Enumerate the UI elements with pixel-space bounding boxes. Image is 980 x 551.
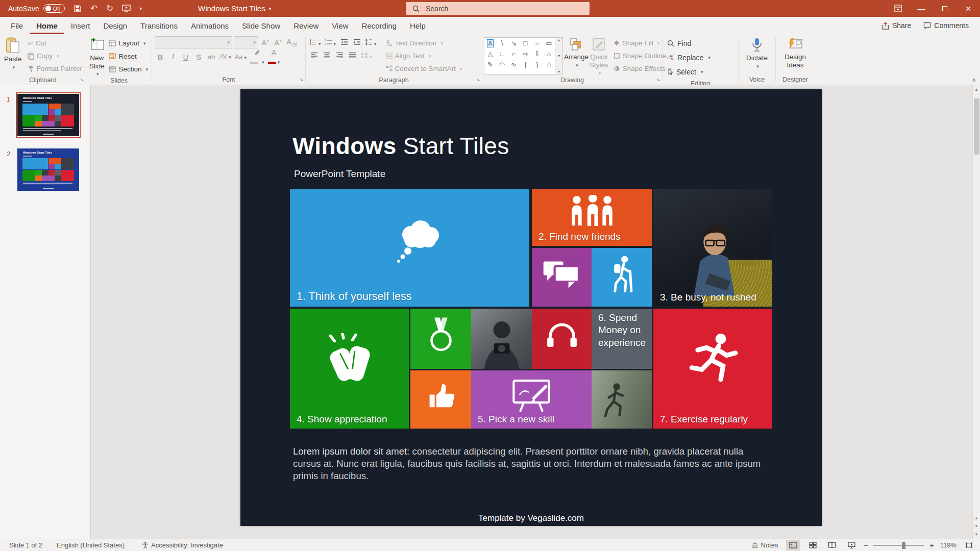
slide-sorter-view-button[interactable] (805, 540, 820, 550)
copy-button[interactable]: Copy (26, 49, 84, 62)
character-spacing-button[interactable]: AV (218, 53, 232, 60)
tab-insert[interactable]: Insert (64, 17, 97, 34)
zoom-out-button[interactable]: − (864, 541, 868, 549)
drawing-dialog-launcher-icon[interactable]: ↘ (655, 77, 662, 83)
paragraph-dialog-launcher-icon[interactable]: ↘ (475, 77, 481, 83)
customize-qat-icon[interactable]: ▾ (139, 6, 142, 11)
align-center-button[interactable] (321, 52, 332, 60)
shape-arrow-right[interactable]: ⇨ (523, 50, 528, 58)
fit-slide-to-window-button[interactable] (962, 540, 976, 550)
align-left-button[interactable] (308, 52, 320, 60)
vertical-scrollbar[interactable]: ▲ ▲ ▼ ▼ (972, 85, 980, 539)
tab-slideshow[interactable]: Slide Show (235, 17, 287, 34)
search-input[interactable] (425, 4, 568, 13)
close-button[interactable]: × (957, 0, 980, 17)
slide-editing-canvas[interactable]: Windows Start Tiles PowerPoint Template … (91, 85, 972, 539)
tab-help[interactable]: Help (403, 17, 432, 34)
redo-icon[interactable]: ↻ (106, 4, 113, 13)
new-slide-button[interactable]: NewSlide (88, 36, 106, 77)
shape-rounded-rectangle[interactable]: ▭ (546, 39, 552, 47)
accessibility-button[interactable]: Accessibility: Investigate (139, 540, 226, 550)
design-ideas-button[interactable]: DesignIdeas (780, 36, 810, 76)
undo-icon[interactable]: ↶ (90, 4, 97, 13)
shape-brace-left[interactable]: { (524, 61, 526, 68)
justify-button[interactable] (347, 52, 358, 60)
shape-triangle[interactable]: △ (488, 50, 493, 58)
shrink-font-button[interactable]: A˅ (273, 38, 284, 47)
slide-footer[interactable]: Template by Vegaslide.com (240, 513, 822, 523)
share-button[interactable]: Share (876, 19, 916, 32)
grow-font-button[interactable]: A˄ (260, 38, 271, 47)
shape-star[interactable]: ☆ (546, 61, 552, 68)
convert-smartart-button[interactable]: Convert to SmartArt (384, 62, 464, 75)
slide-title[interactable]: Windows Start Tiles (292, 132, 509, 160)
shape-oval[interactable]: ○ (535, 39, 540, 47)
tile-be-busy-photo[interactable]: 3. Be busy, not rushed (653, 189, 772, 307)
maximize-button[interactable] (933, 0, 957, 17)
zoom-in-button[interactable]: + (929, 541, 934, 549)
align-right-button[interactable] (334, 52, 345, 60)
search-box[interactable] (406, 2, 590, 15)
shape-rectangle[interactable]: □ (524, 39, 528, 47)
shape-home[interactable]: ⌂ (547, 50, 551, 58)
section-button[interactable]: Section (107, 63, 150, 76)
tab-review[interactable]: Review (287, 17, 325, 34)
font-name-select[interactable]: ▾ (155, 36, 232, 48)
ribbon-display-options-icon[interactable] (886, 0, 910, 17)
autosave-toggle[interactable]: AutoSave Off (8, 4, 65, 13)
tile-exercise-regularly[interactable]: 7. Exercise regularly (653, 309, 772, 429)
tile-medal[interactable] (410, 309, 471, 369)
format-painter-button[interactable]: Format Painter (26, 62, 84, 75)
tab-transitions[interactable]: Transitions (134, 17, 184, 34)
italic-button[interactable]: I (167, 53, 179, 61)
tile-spend-money-on-experience[interactable]: 6. Spend Money on experience (592, 309, 652, 369)
scroll-down-icon[interactable]: ▼ (973, 532, 980, 537)
replace-button[interactable]: Gb Replace (667, 51, 733, 64)
clipboard-dialog-launcher-icon[interactable]: ↘ (79, 77, 85, 83)
bullets-button[interactable] (308, 38, 322, 47)
save-icon[interactable] (74, 5, 82, 13)
slide-1[interactable]: Windows Start Tiles PowerPoint Template … (240, 89, 822, 526)
tab-file[interactable]: File (4, 17, 30, 34)
align-text-button[interactable]: Align Text (384, 49, 464, 62)
shape-curve[interactable]: ∿ (511, 61, 517, 68)
shape-arc[interactable]: ◠ (499, 61, 505, 68)
bold-button[interactable]: B (155, 53, 166, 61)
strikethrough-button[interactable]: ab (206, 53, 217, 61)
shape-textbox[interactable]: A (487, 39, 494, 47)
highlight-color-button[interactable] (249, 48, 265, 65)
columns-button[interactable] (359, 52, 373, 60)
shapes-more-icon[interactable]: ▾ (555, 69, 562, 74)
shape-freeform[interactable]: ✎ (487, 61, 493, 68)
quick-styles-button[interactable]: QuickStyles (590, 36, 608, 76)
start-slideshow-icon[interactable] (122, 5, 131, 12)
text-shadow-button[interactable]: S (193, 53, 204, 61)
reset-button[interactable]: Reset (107, 50, 150, 63)
tile-headphones[interactable] (532, 309, 592, 369)
underline-button[interactable]: U (180, 53, 191, 61)
tab-animations[interactable]: Animations (184, 17, 235, 34)
shape-arrow-line[interactable]: ↘ (511, 39, 517, 47)
font-color-button[interactable]: A (267, 48, 281, 65)
scroll-up-icon[interactable]: ▲ (973, 87, 980, 92)
line-spacing-button[interactable] (364, 38, 378, 47)
tab-recording[interactable]: Recording (355, 17, 403, 34)
autosave-switch[interactable]: Off (43, 4, 65, 13)
slideshow-view-button[interactable] (844, 540, 859, 550)
tile-runner-photo[interactable] (592, 370, 652, 429)
paste-button[interactable]: Paste (2, 36, 24, 76)
shapes-scroll-down-icon[interactable]: ▾ (555, 54, 562, 58)
collapse-ribbon-icon[interactable]: ∧ (972, 77, 976, 83)
shapes-scroll-up-icon[interactable]: ▴ (555, 38, 562, 42)
cut-button[interactable]: ✂Cut (26, 37, 84, 49)
next-slide-icon[interactable]: ▼ (973, 524, 980, 529)
arrange-button[interactable]: Arrange (564, 36, 589, 76)
minimize-button[interactable]: — (910, 0, 933, 17)
shape-line[interactable]: ∖ (500, 39, 504, 47)
increase-indent-button[interactable] (351, 38, 362, 47)
zoom-slider[interactable] (873, 545, 924, 546)
tile-show-appreciation[interactable]: 4. Show appreciation (290, 309, 409, 429)
dictate-button[interactable]: Dictate (742, 36, 772, 76)
shape-elbow-arrow[interactable]: ⌐ (512, 50, 516, 58)
clear-formatting-button[interactable]: A⌫ (285, 37, 298, 47)
